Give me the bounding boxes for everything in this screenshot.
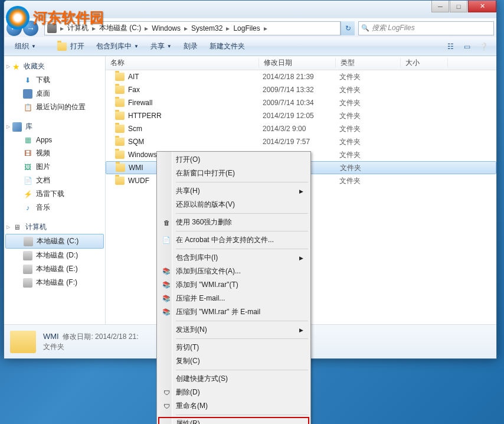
computer-header[interactable]: 🖥计算机 xyxy=(4,220,105,234)
column-name[interactable]: 名称 xyxy=(106,58,259,68)
minimize-button[interactable]: ─ xyxy=(431,1,449,12)
organize-button[interactable]: 组织▼ xyxy=(9,40,42,53)
sidebar-item-pictures[interactable]: 🖼图片 xyxy=(4,160,105,174)
menu-separator xyxy=(176,231,308,231)
help-button[interactable]: ❔ xyxy=(477,40,490,53)
menu-item[interactable]: 🛡重命名(M) xyxy=(158,399,309,413)
include-library-button[interactable]: 包含到库中▼ xyxy=(90,40,145,53)
sidebar-item-drive-f[interactable]: 本地磁盘 (F:) xyxy=(4,276,105,289)
sidebar-item-apps[interactable]: ▦Apps xyxy=(4,133,105,146)
menu-item[interactable]: 复制(C) xyxy=(158,354,309,368)
folder-icon xyxy=(10,331,36,353)
sidebar-item-drive-d[interactable]: 本地磁盘 (D:) xyxy=(4,249,105,262)
menu-item-label: 剪切(T) xyxy=(176,343,199,353)
chevron-right-icon[interactable]: ▸ xyxy=(225,24,231,32)
refresh-button[interactable]: ↻ xyxy=(341,21,355,35)
bc-system32[interactable]: System32 xyxy=(189,24,225,32)
maximize-button[interactable]: □ xyxy=(450,1,467,12)
new-folder-button[interactable]: 新建文件夹 xyxy=(204,40,251,53)
folder-icon xyxy=(115,73,125,81)
sidebar-item-documents[interactable]: 📄文档 xyxy=(4,174,105,187)
menu-item[interactable]: 还原以前的版本(V) xyxy=(158,198,309,211)
file-type: 文件夹 xyxy=(339,124,404,134)
column-date[interactable]: 修改日期 xyxy=(259,58,336,68)
share-button[interactable]: 共享▼ xyxy=(145,40,178,53)
view-mode-button[interactable]: ☷ xyxy=(444,40,457,53)
sidebar-item-music[interactable]: ♪音乐 xyxy=(4,201,105,214)
sidebar-item-desktop[interactable]: 桌面 xyxy=(4,87,105,100)
bc-logfiles[interactable]: LogFiles xyxy=(231,24,262,32)
drive-icon xyxy=(23,278,32,288)
chevron-right-icon[interactable]: ▸ xyxy=(263,24,269,32)
search-input[interactable]: 搜索 LogFiles xyxy=(358,21,494,35)
sidebar-item-drive-e[interactable]: 本地磁盘 (E:) xyxy=(4,262,105,276)
menu-item[interactable]: 📄在 Acrobat 中合并支持的文件... xyxy=(158,233,309,247)
bc-windows[interactable]: Windows xyxy=(149,24,183,32)
library-icon xyxy=(12,122,22,132)
file-type: 文件夹 xyxy=(340,163,405,173)
sidebar-item-recent[interactable]: 📋最近访问的位置 xyxy=(4,100,105,114)
preview-pane-button[interactable]: ▭ xyxy=(460,40,473,53)
libraries-header[interactable]: 库 xyxy=(4,120,105,133)
file-type: 文件夹 xyxy=(339,98,404,108)
burn-button[interactable]: 刻录 xyxy=(178,40,204,53)
menu-item-icon: 🛡 xyxy=(162,388,171,397)
document-icon: 📄 xyxy=(23,176,32,185)
favorites-header[interactable]: ★收藏夹 xyxy=(4,60,105,73)
menu-item[interactable]: 📚添加到压缩文件(A)... xyxy=(158,265,309,278)
menu-item[interactable]: 包含到库中(I)▶ xyxy=(158,251,309,265)
file-type: 文件夹 xyxy=(339,176,404,186)
open-button[interactable]: 打开 xyxy=(42,40,90,53)
menu-item-label: 压缩到 "WMI.rar" 并 E-mail xyxy=(176,307,260,317)
column-type[interactable]: 类型 xyxy=(336,58,401,68)
menu-item-label: 重命名(M) xyxy=(176,401,208,411)
sidebar-item-thunder[interactable]: ⚡迅雷下载 xyxy=(4,187,105,201)
menu-item[interactable]: 📚添加到 "WMI.rar"(T) xyxy=(158,278,309,292)
file-row[interactable]: Fax2009/7/14 13:32文件夹 xyxy=(106,83,496,96)
menu-item[interactable]: 打开(O) xyxy=(158,153,309,167)
menu-separator xyxy=(176,370,308,370)
file-date: 2014/2/19 12:05 xyxy=(263,112,339,120)
chevron-right-icon[interactable]: ▸ xyxy=(183,24,189,32)
video-icon: 🎞 xyxy=(23,149,32,158)
menu-item[interactable]: 🛡删除(D) xyxy=(158,386,309,399)
file-row[interactable]: Scm2014/3/2 9:00文件夹 xyxy=(106,122,496,135)
column-size[interactable]: 大小 xyxy=(401,58,448,68)
menu-item[interactable]: 创建快捷方式(S) xyxy=(158,372,309,386)
menu-item-label: 包含到库中(I) xyxy=(176,253,218,263)
menu-separator xyxy=(176,182,308,182)
folder-icon xyxy=(115,112,125,120)
menu-item-icon: 📚 xyxy=(162,267,171,276)
sidebar-item-videos[interactable]: 🎞视频 xyxy=(4,146,105,160)
menu-item-label: 在新窗口中打开(E) xyxy=(176,168,235,178)
sidebar-item-drive-c[interactable]: 本地磁盘 (C:) xyxy=(5,234,104,249)
file-type: 文件夹 xyxy=(339,85,404,95)
chevron-right-icon[interactable]: ▸ xyxy=(143,24,149,32)
file-row[interactable]: HTTPERR2014/2/19 12:05文件夹 xyxy=(106,109,496,122)
file-type: 文件夹 xyxy=(339,137,404,147)
menu-item[interactable]: 📚压缩并 E-mail... xyxy=(158,292,309,305)
file-name: AIT xyxy=(128,73,263,81)
file-row[interactable]: SQM2014/2/19 7:57文件夹 xyxy=(106,135,496,148)
file-row[interactable]: Firewall2009/7/14 10:34文件夹 xyxy=(106,96,496,109)
menu-item[interactable]: 🗑使用 360强力删除 xyxy=(158,216,309,229)
menu-item-label: 发送到(N) xyxy=(176,325,207,335)
menu-separator xyxy=(176,213,308,214)
menu-item-icon: 📚 xyxy=(162,294,171,304)
menu-item-label: 添加到压缩文件(A)... xyxy=(176,266,241,276)
menu-item[interactable]: 📚压缩到 "WMI.rar" 并 E-mail xyxy=(158,305,309,319)
drive-icon xyxy=(23,265,32,274)
menu-item[interactable]: 在新窗口中打开(E) xyxy=(158,167,309,180)
menu-item[interactable]: 共享(H)▶ xyxy=(158,184,309,198)
menu-item-label: 创建快捷方式(S) xyxy=(176,374,228,384)
music-icon: ♪ xyxy=(23,203,32,213)
menu-item[interactable]: 发送到(N)▶ xyxy=(158,323,309,337)
submenu-arrow-icon: ▶ xyxy=(299,327,303,333)
sidebar-item-downloads[interactable]: ⬇下载 xyxy=(4,73,105,87)
menu-item[interactable]: 属性(R) xyxy=(158,417,309,424)
close-button[interactable]: ✕ xyxy=(468,1,496,12)
menu-item[interactable]: 剪切(T) xyxy=(158,341,309,354)
file-row[interactable]: AIT2014/2/18 21:39文件夹 xyxy=(106,70,496,83)
file-name: Scm xyxy=(128,125,263,133)
folder-icon xyxy=(115,138,125,146)
